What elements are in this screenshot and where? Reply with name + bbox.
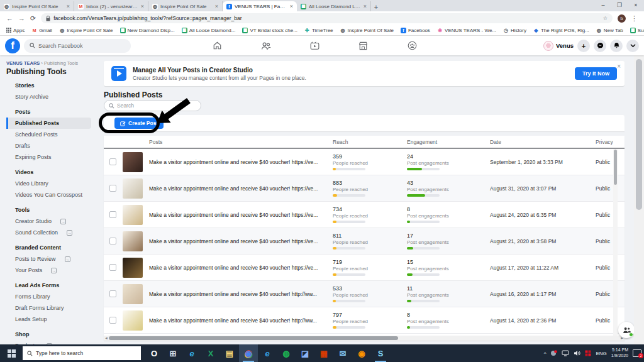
taskbar-firefox-icon[interactable]: ◉ <box>352 344 371 362</box>
forward-icon[interactable]: → <box>18 14 25 22</box>
network-icon[interactable] <box>562 350 569 356</box>
bookmark-0[interactable]: Apps <box>6 28 25 33</box>
browser-tab-4[interactable]: ▦All Loose Diamond List(updated× <box>297 1 371 11</box>
pinned-app-icon[interactable] <box>585 350 591 356</box>
sidebar-item-forms-library[interactable]: Forms Library <box>6 291 91 302</box>
browser-tab-2[interactable]: ◍Inspire Point Of Sale× <box>148 1 223 11</box>
taskbar-internet-explorer-icon[interactable]: e <box>182 344 201 362</box>
taskbar-spotify-icon[interactable]: ◍ <box>277 344 296 362</box>
sidebar-item-expiring-posts[interactable]: Expiring Posts <box>6 151 91 163</box>
col-posts[interactable]: Posts <box>149 139 333 145</box>
row-checkbox[interactable] <box>109 264 116 271</box>
action-center-icon[interactable]: 2 <box>633 349 641 357</box>
new-tab-button[interactable]: + <box>371 3 381 11</box>
bookmark-4[interactable]: ▦All Loose Diamond... <box>182 28 236 33</box>
page-scrollbar[interactable] <box>634 55 644 344</box>
bookmark-7[interactable]: ◍Inspire Point Of Sale <box>340 28 394 33</box>
support-chat-button[interactable] <box>618 322 635 338</box>
bookmark-star-icon[interactable]: ☆ <box>602 15 608 21</box>
post-text[interactable]: Make a visitor appointment online and re… <box>149 265 333 271</box>
messenger-button[interactable] <box>594 40 606 52</box>
taskbar-task-view-icon[interactable]: ⊞ <box>164 344 182 362</box>
taskbar-cortana-icon[interactable]: O <box>145 344 164 362</box>
try-it-now-button[interactable]: Try It Now <box>575 67 617 80</box>
sidebar-item-video-library[interactable]: Video Library <box>6 178 91 189</box>
col-privacy[interactable]: Privacy <box>596 139 625 145</box>
scroll-left-icon[interactable]: ◄ <box>104 336 108 341</box>
nav-marketplace-icon[interactable] <box>348 37 379 55</box>
post-text[interactable]: Make a visitor appointment online and re… <box>149 212 333 218</box>
browser-tab-0[interactable]: ◍Inspire Point Of Sale× <box>0 1 74 11</box>
breadcrumb-page-link[interactable]: VENUS TEARS <box>6 60 40 66</box>
tray-expand-icon[interactable]: ^ <box>544 351 547 356</box>
sidebar-item-drafts[interactable]: Drafts <box>6 140 91 151</box>
browser-menu-icon[interactable]: ⋮ <box>631 14 638 23</box>
col-date[interactable]: Date <box>490 139 596 145</box>
minimize-icon[interactable]: – <box>595 0 611 10</box>
browser-profile-avatar[interactable]: b <box>618 14 626 23</box>
language-indicator[interactable]: ENG <box>596 351 606 356</box>
bookmark-10[interactable]: ◷History <box>503 28 526 33</box>
taskbar-store-red-icon[interactable]: ▦ <box>314 344 333 362</box>
close-icon[interactable]: × <box>628 0 644 10</box>
bookmark-2[interactable]: ◍Inspire Point Of Sale <box>59 28 113 33</box>
sidebar-item-sound-collection[interactable]: Sound Collection→ <box>6 227 91 238</box>
nav-home-icon[interactable] <box>201 37 233 55</box>
nav-gaming-icon[interactable] <box>396 37 428 55</box>
bookmark-9[interactable]: ❀VENUS TEARS - We... <box>437 28 496 33</box>
post-text[interactable]: Make a visitor appointment online and re… <box>149 317 333 324</box>
facebook-search-input[interactable]: Search Facebook <box>24 39 131 53</box>
sidebar-item-your-posts[interactable]: Your Posts→ <box>6 265 91 276</box>
facebook-logo[interactable]: f <box>5 38 20 53</box>
taskbar-chrome-icon[interactable]: ◉ <box>239 344 258 362</box>
taskbar-skype-icon[interactable]: S <box>371 344 390 362</box>
post-text[interactable]: Make a visitor appointment online and re… <box>149 185 333 192</box>
row-checkbox[interactable] <box>109 211 116 218</box>
banner-close-icon[interactable]: × <box>617 63 621 70</box>
back-icon[interactable]: ← <box>6 14 13 22</box>
profile-chip[interactable]: Venus <box>543 41 574 51</box>
row-checkbox[interactable] <box>109 158 116 165</box>
taskbar-clock[interactable]: 5:14 PM 1/9/2020 <box>611 348 628 359</box>
bookmark-6[interactable]: ✚TimeTree <box>304 28 333 33</box>
row-checkbox[interactable] <box>109 290 116 297</box>
sidebar-item-draft-forms-library[interactable]: Draft Forms Library <box>6 302 91 314</box>
taskbar-mail-icon[interactable]: ✉ <box>333 344 352 362</box>
tray-app-icon[interactable] <box>550 350 557 356</box>
taskbar-excel-icon[interactable]: X <box>201 344 220 362</box>
row-checkbox[interactable] <box>109 317 116 324</box>
posts-search-input[interactable]: Search <box>104 100 201 111</box>
post-text[interactable]: Make a visitor appointment online and re… <box>149 238 333 244</box>
tab-close-icon[interactable]: × <box>67 3 70 9</box>
sidebar-item-leads-setup[interactable]: Leads Setup <box>6 314 91 325</box>
browser-tab-1[interactable]: MInbox (2) - venustears5@gmail.c× <box>74 1 148 11</box>
taskbar-search-input[interactable]: Type here to search <box>23 346 141 360</box>
bookmark-13[interactable]: ▦Sushi Jiro voucher... <box>630 28 644 33</box>
page-scroll-thumb[interactable] <box>636 59 642 210</box>
table-horizontal-scrollbar[interactable]: ◄ ► <box>104 336 625 341</box>
row-checkbox[interactable] <box>109 185 116 192</box>
bookmark-8[interactable]: fFacebook <box>401 28 430 33</box>
tab-close-icon[interactable]: × <box>141 3 144 9</box>
table-scroll-thumb[interactable] <box>614 150 617 185</box>
url-bar[interactable]: facebook.com/VenusTears.jp/publishing_to… <box>41 13 613 23</box>
horizontal-scroll-thumb[interactable] <box>109 336 398 340</box>
sidebar-item-scheduled-posts[interactable]: Scheduled Posts <box>6 129 91 140</box>
tab-close-icon[interactable]: × <box>215 3 218 9</box>
bookmark-3[interactable]: ▦New Diamond Disp... <box>120 28 175 33</box>
bookmark-1[interactable]: MGmail <box>31 28 52 33</box>
sidebar-item-creator-studio[interactable]: Creator Studio→ <box>6 216 91 227</box>
create-plus-button[interactable]: + <box>577 40 590 52</box>
nav-watch-icon[interactable] <box>299 37 330 55</box>
start-button[interactable] <box>0 344 23 362</box>
row-checkbox[interactable] <box>109 238 116 244</box>
post-text[interactable]: Make a visitor appointment online and re… <box>149 159 333 165</box>
restore-icon[interactable]: ❐ <box>611 0 628 10</box>
tab-close-icon[interactable]: × <box>364 3 367 9</box>
table-vertical-scrollbar[interactable] <box>613 150 618 336</box>
bookmark-5[interactable]: ▦VT Bridal stock che... <box>242 28 297 33</box>
nav-friends-icon[interactable] <box>250 37 282 55</box>
tab-close-icon[interactable]: × <box>290 3 293 9</box>
bookmark-12[interactable]: ◍New Tab <box>596 28 623 33</box>
post-text[interactable]: Make a visitor appointment online and re… <box>149 291 333 297</box>
